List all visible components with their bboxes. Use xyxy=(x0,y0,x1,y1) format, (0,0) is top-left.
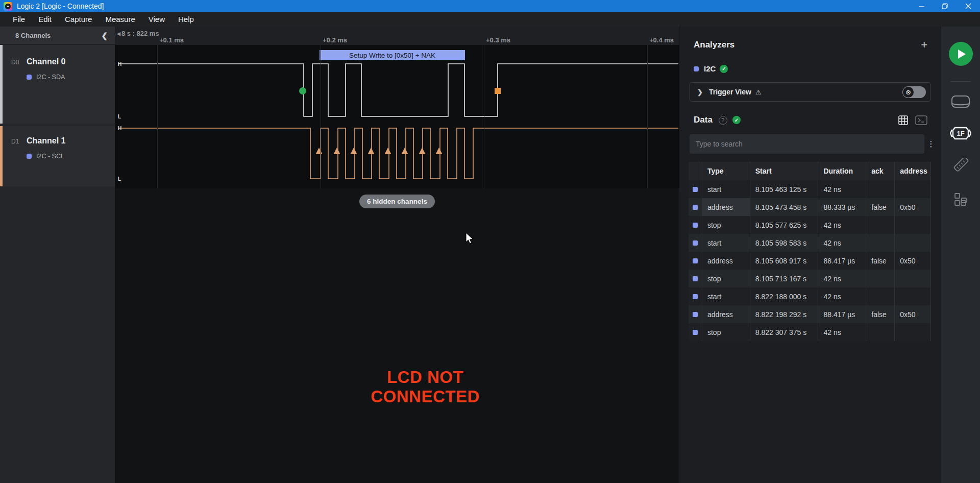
cell-start[interactable]: 8.822 307 375 s xyxy=(750,323,818,341)
menu-edit[interactable]: Edit xyxy=(32,12,58,27)
cell-start[interactable]: 8.822 188 000 s xyxy=(750,287,818,305)
cell-type[interactable]: address xyxy=(702,252,750,270)
capture-view[interactable]: ◀8 s : 822 ms +0.1 ms+0.2 ms+0.3 ms+0.4 … xyxy=(115,27,679,483)
cell-duration[interactable]: 88.333 µs xyxy=(818,198,866,216)
cell-address[interactable]: 0x50 xyxy=(894,305,931,323)
cell-type[interactable]: start xyxy=(702,287,750,305)
cell-duration[interactable]: 42 ns xyxy=(818,270,866,287)
column-header-type[interactable]: Type xyxy=(702,162,750,180)
cell-duration[interactable]: 42 ns xyxy=(818,180,866,198)
extensions-icon[interactable] xyxy=(953,192,968,207)
cell-address[interactable]: 0x50 xyxy=(894,198,931,216)
cell-ack[interactable] xyxy=(866,216,894,234)
cell-address[interactable] xyxy=(894,270,931,287)
cell-duration[interactable]: 42 ns xyxy=(818,287,866,305)
cell-type[interactable]: stop xyxy=(702,216,750,234)
cell-address[interactable] xyxy=(894,180,931,198)
table-row[interactable]: address8.822 198 292 s88.417 µsfalse0x50 xyxy=(689,305,931,323)
table-header-row[interactable]: Type Start Duration ack address xyxy=(689,162,931,180)
cell-ack[interactable] xyxy=(866,180,894,198)
measure-ruler-icon[interactable] xyxy=(952,158,969,175)
menu-file[interactable]: File xyxy=(6,12,32,27)
cell-type[interactable]: stop xyxy=(702,323,750,341)
trigger-view-section[interactable]: ❯ Trigger View ⚠ ⊗ xyxy=(690,82,930,102)
toolbar-divider xyxy=(950,81,971,82)
column-header-address[interactable]: address xyxy=(894,162,931,180)
cell-type[interactable]: address xyxy=(702,198,750,216)
menu-measure[interactable]: Measure xyxy=(99,12,141,27)
cell-duration[interactable]: 88.417 µs xyxy=(818,305,866,323)
analyzers-panel: Analyzers + I2C ✓ ❯ Trigger View ⚠ ⊗ Dat… xyxy=(679,27,941,483)
table-row[interactable]: start8.822 188 000 s42 ns xyxy=(689,287,931,305)
chevron-right-icon[interactable]: ❯ xyxy=(697,88,703,96)
cell-start[interactable]: 8.105 713 167 s xyxy=(750,270,818,287)
timeline-ruler[interactable]: ◀8 s : 822 ms +0.1 ms+0.2 ms+0.3 ms+0.4 … xyxy=(115,27,679,45)
help-icon[interactable]: ? xyxy=(719,116,727,125)
cell-start[interactable]: 8.105 473 458 s xyxy=(750,198,818,216)
cell-ack[interactable] xyxy=(866,323,894,341)
minimize-button[interactable] xyxy=(910,0,933,12)
cell-start[interactable]: 8.105 577 625 s xyxy=(750,216,818,234)
trigger-view-toggle[interactable]: ⊗ xyxy=(902,86,926,98)
table-row[interactable]: stop8.105 713 167 s42 ns xyxy=(689,270,931,287)
cell-start[interactable]: 8.105 598 583 s xyxy=(750,234,818,252)
table-row[interactable]: address8.105 473 458 s88.333 µsfalse0x50 xyxy=(689,198,931,216)
column-header-start[interactable]: Start xyxy=(750,162,818,180)
cell-duration[interactable]: 42 ns xyxy=(818,323,866,341)
cell-address[interactable] xyxy=(894,323,931,341)
column-header-duration[interactable]: Duration xyxy=(818,162,866,180)
cell-ack[interactable] xyxy=(866,287,894,305)
cell-ack[interactable]: false xyxy=(866,252,894,270)
cell-address[interactable] xyxy=(894,234,931,252)
terminal-view-icon[interactable] xyxy=(915,115,927,125)
cell-start[interactable]: 8.822 198 292 s xyxy=(750,305,818,323)
cell-start[interactable]: 8.105 463 125 s xyxy=(750,180,818,198)
table-row[interactable]: stop8.105 577 625 s42 ns xyxy=(689,216,931,234)
menu-help[interactable]: Help xyxy=(172,12,201,27)
i2c-decode-annotation[interactable]: Setup Write to [0x50] + NAK xyxy=(320,50,465,60)
cell-duration[interactable]: 42 ns xyxy=(818,216,866,234)
cell-start[interactable]: 8.105 608 917 s xyxy=(750,252,818,270)
cell-type[interactable]: address xyxy=(702,305,750,323)
cell-address[interactable]: 0x50 xyxy=(894,252,931,270)
timeline-marker-icon: ◀ xyxy=(117,31,120,36)
column-header-ack[interactable]: ack xyxy=(866,162,894,180)
cell-type[interactable]: stop xyxy=(702,270,750,287)
search-input[interactable] xyxy=(690,134,924,154)
cell-address[interactable] xyxy=(894,287,931,305)
add-analyzer-button[interactable]: + xyxy=(921,41,927,49)
menu-view[interactable]: View xyxy=(142,12,172,27)
table-row[interactable]: start8.105 463 125 s42 ns xyxy=(689,180,931,198)
more-options-icon[interactable]: ⋮ xyxy=(926,142,936,146)
cell-ack[interactable]: false xyxy=(866,305,894,323)
channel-card-0[interactable]: D0 Channel 0 I2C - SDA xyxy=(0,45,115,124)
restore-button[interactable] xyxy=(933,0,957,12)
table-row[interactable]: stop8.822 307 375 s42 ns xyxy=(689,323,931,341)
cell-ack[interactable] xyxy=(866,234,894,252)
capture-mode-icon[interactable]: 1F xyxy=(950,126,971,141)
frame-color-chip xyxy=(693,240,698,246)
cell-duration[interactable]: 42 ns xyxy=(818,234,866,252)
cell-type[interactable]: start xyxy=(702,234,750,252)
start-capture-button[interactable] xyxy=(949,42,973,66)
table-view-icon[interactable] xyxy=(898,115,908,125)
table-row[interactable]: start8.105 598 583 s42 ns xyxy=(689,234,931,252)
cell-address[interactable] xyxy=(894,216,931,234)
hidden-channels-button[interactable]: 6 hidden channels xyxy=(359,195,435,208)
device-settings-icon[interactable] xyxy=(951,95,970,108)
collapse-sidebar-icon[interactable]: ❮ xyxy=(101,31,108,40)
bit-sample-marker xyxy=(316,148,323,154)
cell-type[interactable]: start xyxy=(702,180,750,198)
waveform-canvas[interactable]: HLHL Setup Write to [0x50] + NAK xyxy=(115,45,679,188)
channel-card-1[interactable]: D1 Channel 1 I2C - SCL xyxy=(0,126,115,186)
cell-duration[interactable]: 88.417 µs xyxy=(818,252,866,270)
scl-trace xyxy=(118,128,678,179)
frame-color-chip xyxy=(693,187,698,192)
table-row[interactable]: address8.105 608 917 s88.417 µsfalse0x50 xyxy=(689,252,931,270)
cell-ack[interactable]: false xyxy=(866,198,894,216)
i2c-analyzer-row[interactable]: I2C ✓ xyxy=(679,50,941,73)
close-button[interactable] xyxy=(957,0,980,12)
menu-capture[interactable]: Capture xyxy=(58,12,99,27)
frame-color-chip xyxy=(693,276,698,281)
cell-ack[interactable] xyxy=(866,270,894,287)
